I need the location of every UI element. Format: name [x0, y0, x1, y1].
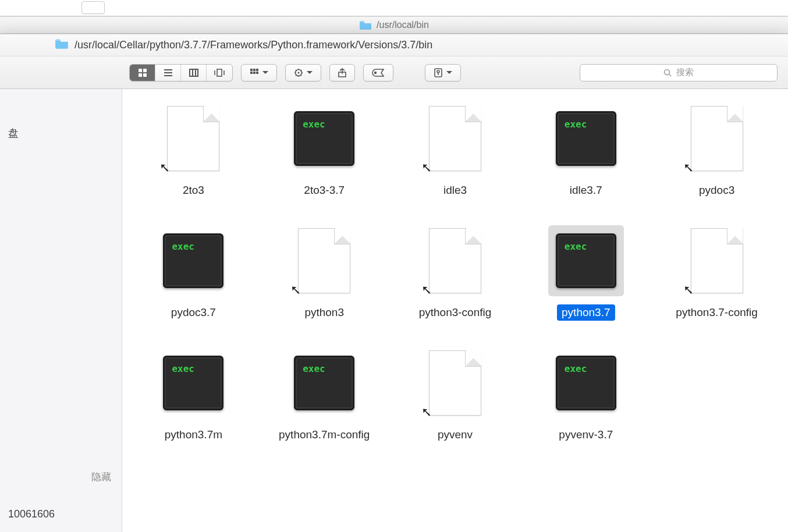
window-title-path: /usr/local/Cellar/python/3.7.7/Framework… — [74, 39, 432, 51]
file-item[interactable]: ➚pydoc3 — [657, 103, 776, 198]
svg-rect-3 — [143, 73, 147, 77]
svg-line-27 — [669, 75, 671, 76]
alias-arrow-icon: ➚ — [421, 160, 432, 175]
alias-arrow-icon: ➚ — [290, 282, 301, 297]
file-item[interactable]: ➚2to3 — [134, 103, 253, 198]
search-icon — [663, 69, 672, 77]
exec-file-icon: exec — [155, 347, 231, 418]
view-gallery-button[interactable] — [207, 65, 232, 81]
alias-arrow-icon: ➚ — [421, 405, 432, 420]
file-label: python3.7 — [557, 304, 615, 321]
background-window-path: /usr/local/bin — [377, 20, 429, 30]
window-titlebar[interactable]: /usr/local/Cellar/python/3.7.7/Framework… — [0, 34, 788, 56]
svg-rect-1 — [143, 69, 147, 72]
alias-file-icon: ➚ — [679, 225, 755, 296]
view-icon-button[interactable] — [130, 65, 155, 81]
svg-point-26 — [665, 69, 670, 75]
sidebar-hide-label[interactable]: 隐藏 — [8, 470, 113, 484]
file-item[interactable]: execpython3.7 — [526, 225, 645, 321]
file-item[interactable]: execpython3.7m — [134, 347, 253, 443]
search-placeholder: 搜索 — [676, 67, 694, 78]
exec-file-icon: exec — [155, 225, 231, 296]
exec-file-icon: exec — [286, 103, 362, 174]
tags-button[interactable] — [363, 64, 393, 81]
file-item[interactable]: ➚pyvenv — [396, 347, 515, 443]
file-label: pydoc3.7 — [166, 304, 221, 321]
file-label: python3.7m-config — [274, 427, 374, 443]
exec-label: exec — [565, 119, 587, 130]
file-item[interactable]: ➚python3-config — [396, 225, 515, 321]
file-label: python3-config — [414, 304, 496, 321]
action-button[interactable] — [285, 64, 321, 81]
chevron-down-icon — [262, 68, 268, 77]
view-list-button[interactable] — [155, 65, 181, 81]
svg-rect-7 — [190, 69, 198, 76]
svg-rect-0 — [139, 69, 142, 72]
view-mode-segment — [129, 64, 233, 81]
exec-file-icon: exec — [548, 225, 624, 296]
file-item[interactable]: execpython3.7m-config — [265, 347, 384, 443]
alias-file-icon: ➚ — [155, 103, 231, 174]
exec-label: exec — [172, 241, 194, 252]
file-label: pyvenv — [433, 427, 477, 443]
file-item[interactable]: execpyvenv-3.7 — [526, 347, 645, 443]
alias-arrow-icon: ➚ — [683, 282, 694, 297]
exec-label: exec — [565, 241, 587, 252]
file-label: python3 — [300, 304, 349, 321]
alias-file-icon: ➚ — [417, 103, 493, 174]
file-label: 2to3-3.7 — [299, 182, 349, 198]
svg-rect-10 — [217, 69, 222, 76]
background-window-titlebar[interactable]: /usr/local/bin — [0, 16, 788, 34]
obscured-top-strip — [0, 0, 788, 16]
file-item[interactable]: execidle3.7 — [526, 103, 645, 198]
quick-actions-button[interactable] — [425, 64, 461, 81]
exec-label: exec — [172, 363, 194, 374]
search-field[interactable]: 搜索 — [580, 64, 778, 81]
svg-rect-17 — [253, 72, 255, 74]
share-button[interactable] — [329, 64, 355, 81]
file-item[interactable]: execpydoc3.7 — [134, 225, 253, 321]
file-label: 2to3 — [178, 182, 209, 198]
file-grid[interactable]: ➚2to3exec2to3-3.7➚idle3execidle3.7➚pydoc… — [122, 89, 788, 532]
exec-label: exec — [565, 363, 587, 374]
svg-rect-14 — [253, 69, 255, 71]
sidebar-extra[interactable]: 10061606 — [8, 508, 113, 520]
file-item[interactable]: ➚python3.7-config — [657, 225, 776, 321]
file-label: pydoc3 — [694, 182, 739, 198]
exec-label: exec — [303, 363, 325, 374]
exec-file-icon: exec — [286, 347, 362, 418]
obscured-tab — [81, 1, 105, 14]
svg-rect-18 — [256, 72, 258, 74]
alias-arrow-icon: ➚ — [159, 160, 170, 175]
svg-point-24 — [437, 70, 439, 73]
svg-rect-15 — [256, 69, 258, 71]
file-item[interactable]: exec2to3-3.7 — [265, 103, 384, 198]
chevron-down-icon — [307, 68, 313, 77]
svg-point-20 — [297, 72, 299, 73]
finder-window: /usr/local/Cellar/python/3.7.7/Framework… — [0, 34, 788, 532]
file-item[interactable]: ➚idle3 — [396, 103, 515, 198]
exec-file-icon: exec — [548, 347, 624, 418]
arrange-button[interactable] — [241, 64, 277, 81]
alias-arrow-icon: ➚ — [421, 282, 432, 297]
view-column-button[interactable] — [181, 65, 207, 81]
alias-file-icon: ➚ — [286, 225, 362, 296]
alias-file-icon: ➚ — [679, 103, 755, 174]
sidebar-item[interactable]: 盘 — [8, 126, 113, 140]
alias-arrow-icon: ➚ — [683, 160, 694, 175]
file-item[interactable]: ➚python3 — [265, 225, 384, 321]
file-label: pyvenv-3.7 — [554, 427, 617, 443]
svg-point-22 — [375, 72, 377, 73]
folder-icon — [55, 38, 69, 52]
chevron-down-icon — [446, 68, 452, 77]
svg-rect-2 — [139, 73, 142, 77]
svg-rect-16 — [250, 72, 253, 74]
svg-rect-13 — [250, 69, 253, 71]
folder-icon — [359, 20, 372, 30]
alias-file-icon: ➚ — [417, 347, 493, 418]
exec-file-icon: exec — [548, 103, 624, 174]
alias-file-icon: ➚ — [417, 225, 493, 296]
file-label: python3.7m — [160, 427, 227, 443]
file-label: idle3 — [439, 182, 471, 198]
sidebar: 盘 隐藏 10061606 — [0, 89, 122, 532]
